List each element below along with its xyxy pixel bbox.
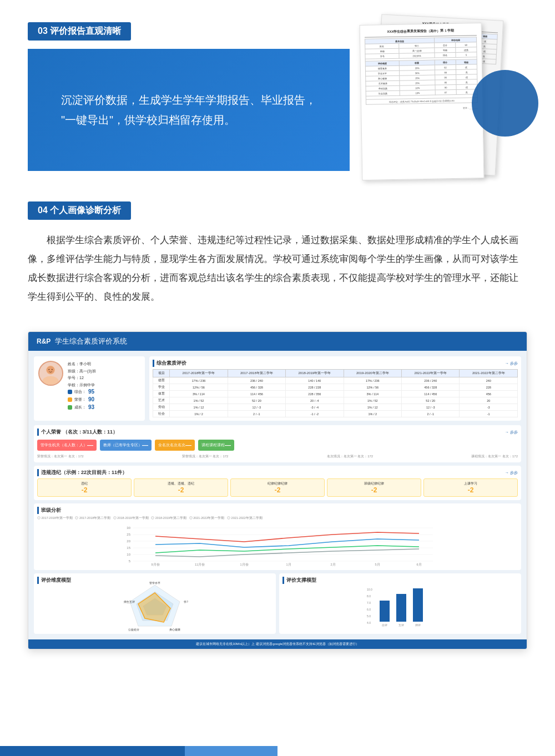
bar-chart-area: 10.0 8.0 7.0 6.0 5.0 4.0 自评 互评 师评 [282,586,518,631]
svg-text:5月: 5月 [375,563,380,566]
svg-text:自评: 自评 [382,623,387,627]
svg-text:5: 5 [129,560,131,563]
line-chart-svg: 30 25 20 15 10 5 9月份 11月份 1月份 1月 2月 5月 6… [37,522,518,567]
svg-text:25: 25 [127,533,130,536]
vio-items: 违纪 -2 违规、违规、违纪 -2 纪律纪律纪律 -2 班级纪律纪律 -2 [37,478,518,497]
report-page-front: XXX学生综合素质发展报告（高中）第 1 学期 基本信息评价结果 姓名张三总分9… [360,23,485,180]
chart-row: 班级分析 ◎ 2017-2018年第一学期 ◎ 2017-2018年第二学期 ◎… [34,503,521,570]
ach-title-row: 个人荣誉 （名次：3/11人数：11） → 步步 [37,429,518,436]
svg-text:15: 15 [127,546,130,550]
svg-text:身心健康: 身心健康 [169,628,180,631]
dashboard-header: R&P 学生综合素质评价系统 [28,332,527,351]
chart-legend: ◎ 2017-2018年第一学期 ◎ 2017-2018年第二学期 ◎ 2018… [37,516,518,520]
ach-link[interactable]: → 步步 [505,430,518,435]
svg-point-2 [47,366,55,374]
score-dot-2 [68,397,72,402]
svg-rect-39 [380,601,390,622]
eval-row: 体育 3% / 114 114 / 456 228 / 356 3% / 114… [153,391,518,397]
dashboard-footer: 建议在城市网络无非在线30M/s以上）上 建议浏览器google浏览器传系统不支… [28,639,527,649]
ach-item-1: 管学生机关（名人数：人） — [37,440,97,451]
svg-text:学习能力: 学习能力 [184,600,188,603]
radar-svg: 管学水平 学习能力 身心健康 公益处分 师生互评 [122,581,188,636]
svg-text:20: 20 [127,540,130,543]
bar-svg: 10.0 8.0 7.0 6.0 5.0 4.0 自评 互评 师评 [359,584,442,628]
svg-text:9月份: 9月份 [151,563,159,566]
report-front-table: 基本信息评价结果 姓名张三总分90 班级高一(3)班等级优秀 学号2021001… [365,37,478,105]
ach-items-row: 管学生机关（名人数：人） — 教师（已有学生专区） — 全名次名次名次 — 课程… [37,438,518,452]
svg-text:互评: 互评 [398,623,404,627]
profile-row: 姓名：李小明 班级：高一(3)班 学号：12 学校：示例中学 综合： 95 [34,356,521,421]
ach-item-4: 课程课程课程 — [198,440,234,451]
vio-title: 违规违纪（示例：22次目前共：11件） [37,469,127,476]
score-badge-3: 成长： 93 [68,404,96,410]
svg-text:2月: 2月 [330,563,335,566]
profile-card: 姓名：李小明 班级：高一(3)班 学号：12 学校：示例中学 综合： 95 [34,356,145,421]
svg-text:6月: 6月 [416,563,421,566]
svg-text:5.0: 5.0 [367,614,371,618]
svg-text:1月: 1月 [286,563,291,566]
comp-eval-card: 综合素质评价 → 步步 项目 2017-2018年第一学年 2017-2018年… [149,356,521,421]
section-04-header: 04 个人画像诊断分析 [28,201,131,220]
vio-item-4: 班级纪律纪律 -2 [327,478,421,497]
avatar-svg [39,361,62,386]
blue-description-block: 沉淀评价数据，生成学生学年学期报告、毕业报告， "一键导出"，供学校归档留存使用… [28,49,350,171]
vio-item-3: 纪律纪律纪律 -2 [230,478,325,497]
eval-mini-table: 项目 2017-2018年第一学年 2017-2018年第二学年 2018-20… [153,369,518,417]
svg-text:11月份: 11月份 [195,563,205,566]
bottom-decoration [0,746,555,756]
bar-model-card: 评价支撑模型 10.0 8.0 7.0 6.0 5.0 4.0 [279,573,521,634]
svg-rect-41 [413,588,423,622]
violation-card: 违规违纪（示例：22次目前共：11件） → 步步 违纪 -2 违规、违规、违纪 … [34,466,521,500]
section-03-content: 沉淀评价数据，生成学生学年学期报告、毕业报告， "一键导出"，供学校归档留存使用… [28,41,527,179]
dashboard-logo: R&P [37,337,51,345]
profile-class: 班级：高一(3)班 [68,368,96,375]
bottom-bar-light-blue [185,746,278,756]
dashboard-container: R&P 学生综合素质评价系统 [28,331,527,649]
achievement-card: 个人荣誉 （名次：3/11人数：11） → 步步 管学生机关（名人数：人） — … [34,425,521,462]
svg-text:7.0: 7.0 [367,601,371,604]
svg-text:6.0: 6.0 [367,608,371,611]
radar-title: 评价维度模型 [37,577,71,584]
score-badge-2: 荣誉： 90 [68,396,96,402]
bottom-bar-white [278,746,555,756]
chart-title: 班级分析 [37,507,61,514]
svg-text:公益处分: 公益处分 [128,628,139,631]
svg-text:1月份: 1月份 [240,563,248,566]
ach-item-2: 教师（已有学生专区） — [100,440,152,451]
comp-eval-title-row: 综合素质评价 → 步步 [153,360,518,367]
vio-item-5: 上课学习 -2 [423,478,518,497]
svg-text:师生互评: 师生互评 [124,600,135,603]
section-03: 03 评价报告直观清晰 沉淀评价数据，生成学生学年学期报告、毕业报告， "一键导… [0,0,555,179]
svg-text:师评: 师评 [415,623,421,627]
eval-row: 德育 17% / 236 236 / 240 140 / 140 17% / 2… [153,377,518,384]
eval-row: 社会 1% / 2 2 / -1 -1 / -2 1% / 2 2 / -1 -… [153,411,518,417]
description-line1: 沉淀评价数据，生成学生学年学期报告、毕业报告， [61,90,316,110]
svg-text:4.0: 4.0 [367,621,371,624]
svg-rect-40 [396,594,406,622]
description-line2: "一键导出"，供学校归档留存使用。 [61,110,316,130]
violation-row: 违规违纪（示例：22次目前共：11件） → 步步 违纪 -2 违规、违规、违纪 … [34,466,521,500]
svg-text:10: 10 [127,553,130,556]
vio-title-row: 违规违纪（示例：22次目前共：11件） → 步步 [37,469,518,476]
svg-point-4 [52,369,53,370]
report-image-container: XXX学生综合素质发展报告 评价项目权重得分等级 德育素养20%92优 学业水平… [339,41,527,179]
profile-id: 学号：12 [68,375,96,382]
vio-link[interactable]: → 步步 [505,470,518,476]
ach-sub-info: 荣誉情况：名次第一 名次：172 荣誉情况：名次第一 名次：172 名次情况：名… [37,454,518,459]
dashboard-title: 学生综合素质评价系统 [55,336,127,346]
radar-area: 管学水平 学习能力 身心健康 公益处分 师生互评 [37,586,273,631]
avatar [38,361,63,386]
chart-title-row: 班级分析 [37,507,518,514]
profile-info: 姓名：李小明 班级：高一(3)班 学号：12 学校：示例中学 [68,361,96,389]
comp-eval-title: 综合素质评价 [153,360,186,367]
comp-eval-link[interactable]: → 步步 [505,361,518,366]
report-front-title: XXX学生综合素质发展报告（高中）第 1 学期 [365,28,477,35]
section-03-header: 03 评价报告直观清晰 [28,22,131,41]
svg-text:管学水平: 管学水平 [149,581,160,584]
score-badge-1: 综合： 95 [68,389,96,395]
chart-card: 班级分析 ◎ 2017-2018年第一学期 ◎ 2017-2018年第二学期 ◎… [34,503,521,570]
dashboard-body: 姓名：李小明 班级：高一(3)班 学号：12 学校：示例中学 综合： 95 [28,351,527,639]
svg-text:30: 30 [127,526,130,530]
radar-model-card: 评价维度模型 管学水平 学习能力 身心健康 公益处分 [34,573,276,634]
svg-text:10.0: 10.0 [367,588,372,591]
